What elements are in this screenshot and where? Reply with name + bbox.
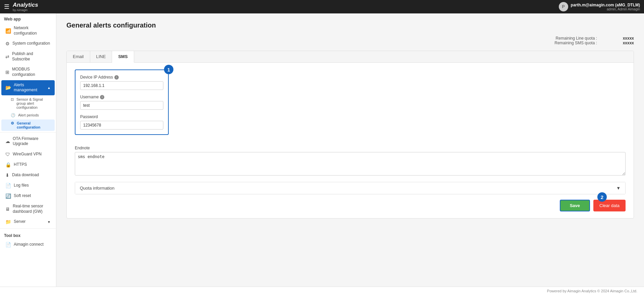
form-area: Device IP Address i Username i xyxy=(67,63,634,218)
device-ip-group: Device IP Address i xyxy=(80,75,163,90)
sidebar-label-wireguard: WireGuard VPN xyxy=(13,152,42,157)
avatar: P xyxy=(559,2,568,11)
tab-email[interactable]: Email xyxy=(67,51,90,62)
sidebar-label-pubsub: Publish and Subscribe xyxy=(12,51,51,62)
chevron-down-icon: ▼ xyxy=(47,220,51,224)
sidebar-label-connect: Aimagin connect xyxy=(14,242,44,247)
quota-sms-label: Remaining SMS quota : xyxy=(554,41,597,45)
lock-icon: 🔒 xyxy=(5,162,11,167)
endnote-label: Endnote xyxy=(75,146,626,150)
sidebar-item-server[interactable]: 📁 Server ▼ xyxy=(1,217,55,227)
refresh-icon: 🔄 xyxy=(5,193,11,199)
sidebar-section-web-app: Web app xyxy=(0,13,56,23)
endnote-textarea[interactable] xyxy=(75,152,626,176)
device-ip-label: Device IP Address i xyxy=(80,75,163,80)
tab-line[interactable]: LINE xyxy=(90,51,112,62)
sidebar-label-data-download: Data download xyxy=(12,173,39,178)
topbar-logo: Analytics by Aimagin xyxy=(13,2,38,12)
quota-sms-value: xxxxx xyxy=(617,41,634,45)
badge-1: 1 xyxy=(164,65,173,74)
topbar: ☰ Analytics by Aimagin P parth.m@aimagin… xyxy=(0,0,644,13)
main-layout: Web app 📶 Network configuration ⚙ System… xyxy=(0,13,644,287)
footer: Powered by Aimagin Analytics © 2024 Aima… xyxy=(0,287,644,295)
password-label: Password xyxy=(80,114,163,119)
sidebar-label-modbus: MODBUS configuration xyxy=(12,67,51,77)
sidebar-item-data-download[interactable]: ⬇ Data download xyxy=(1,170,55,180)
quota-accordion: Quota information ▼ xyxy=(75,182,626,194)
quota-chevron-icon: ▼ xyxy=(616,186,621,191)
wifi-icon: 📶 xyxy=(5,28,11,34)
sidebar-label-system: System configuration xyxy=(12,41,50,46)
highlighted-section: Device IP Address i Username i xyxy=(75,69,169,140)
save-button[interactable]: Save xyxy=(560,200,590,211)
footer-text: Powered by Aimagin Analytics © 2024 Aima… xyxy=(547,289,637,293)
sidebar-label-network: Network configuration xyxy=(14,26,51,36)
quota-info-top: Remaining Line quota : xxxxx Remaining S… xyxy=(66,36,634,45)
quota-line-label: Remaining Line quota : xyxy=(556,36,597,41)
sidebar-item-alerts-management[interactable]: 📂 Alerts management ▲ xyxy=(1,80,55,95)
quota-accordion-header[interactable]: Quota information ▼ xyxy=(75,182,625,194)
gear-icon: ⚙ xyxy=(5,41,10,46)
sidebar-label-server: Server xyxy=(14,219,25,225)
sidebar-item-modbus[interactable]: ⊞ MODBUS configuration xyxy=(1,64,55,80)
sidebar-label-realtime: Real-time sensor dashboard (GW) xyxy=(13,204,51,214)
sidebar-item-wireguard[interactable]: 🛡 WireGuard VPN xyxy=(1,149,55,159)
password-input[interactable] xyxy=(80,121,163,130)
sidebar-sub-sensor-signal[interactable]: ⊡ Sensor & Signal group alert configurat… xyxy=(1,96,55,111)
quota-sms-row: Remaining SMS quota : xxxxx xyxy=(66,41,634,45)
password-group: Password xyxy=(80,114,163,130)
quota-accordion-label: Quota information xyxy=(80,186,114,191)
sidebar-item-system-config[interactable]: ⚙ System configuration xyxy=(1,39,55,49)
sidebar-sub-alert-periods[interactable]: 🕐 Alert periods xyxy=(1,111,55,119)
sidebar-item-ota[interactable]: ☁ OTA Firmware Upgrade xyxy=(1,134,55,149)
badge-2: 2 xyxy=(597,192,607,202)
settings-small-icon: ⚙ xyxy=(11,121,14,126)
chevron-up-icon: ▲ xyxy=(47,86,51,90)
sidebar-label-alerts: Alerts management xyxy=(14,83,45,93)
sidebar-section-toolbox: Tool box xyxy=(0,230,56,239)
quota-line-row: Remaining Line quota : xxxxx xyxy=(66,36,634,41)
cloud-icon: ☁ xyxy=(5,139,10,144)
quota-line-value: xxxxx xyxy=(617,36,634,41)
file-icon: 📄 xyxy=(5,183,11,188)
topbar-right: P parth.m@aimagin.com (aMG_DTLM) admin, … xyxy=(559,2,640,11)
sidebar-item-log-files[interactable]: 📄 Log files xyxy=(1,181,55,191)
sidebar-item-realtime[interactable]: 🖥 Real-time sensor dashboard (GW) xyxy=(1,201,55,216)
sidebar-sub-general-config[interactable]: ⚙ General configuration xyxy=(1,119,55,131)
username-info-icon[interactable]: i xyxy=(100,95,104,99)
main-card: Email LINE SMS Device IP Address i xyxy=(66,51,634,218)
username-group: Username i xyxy=(80,95,163,110)
shield-icon: 🛡 xyxy=(5,152,10,157)
clear-data-button[interactable]: Clear data xyxy=(593,200,626,211)
connect-icon: 📄 xyxy=(5,242,11,247)
sidebar-label-log: Log files xyxy=(14,183,29,188)
topbar-left: ☰ Analytics by Aimagin xyxy=(4,2,38,12)
grid-icon: ⊞ xyxy=(5,69,9,75)
tab-bar: Email LINE SMS xyxy=(67,51,634,63)
monitor-icon: 🖥 xyxy=(5,206,10,212)
sidebar-sub-label-sensor: Sensor & Signal group alert configuratio… xyxy=(16,97,51,109)
sidebar-label-ota: OTA Firmware Upgrade xyxy=(13,136,51,147)
download-icon: ⬇ xyxy=(5,173,9,178)
sidebar-item-soft-reset[interactable]: 🔄 Soft reset xyxy=(1,191,55,201)
device-ip-input[interactable] xyxy=(80,81,163,90)
sidebar-label-https: HTTPS xyxy=(14,162,27,167)
sidebar-label-soft-reset: Soft reset xyxy=(14,193,31,199)
sidebar-item-network-config[interactable]: 📶 Network configuration xyxy=(1,23,55,38)
username-input[interactable] xyxy=(80,101,163,110)
tab-sms[interactable]: SMS xyxy=(112,51,134,63)
sidebar-item-publish-subscribe[interactable]: ⇄ Publish and Subscribe xyxy=(1,49,55,64)
menu-icon[interactable]: ☰ xyxy=(4,3,9,10)
sidebar: Web app 📶 Network configuration ⚙ System… xyxy=(0,13,56,287)
action-bar: 2 Save Clear data xyxy=(75,200,626,211)
sidebar-item-aimagin-connect[interactable]: 📄 Aimagin connect xyxy=(1,240,55,250)
endnote-group: Endnote xyxy=(75,146,626,177)
user-info: parth.m@aimagin.com (aMG_DTLM) admin, Ad… xyxy=(571,3,640,11)
server-folder-icon: 📁 xyxy=(5,219,11,225)
folder-open-icon: 📂 xyxy=(5,85,11,90)
sensor-signal-icon: ⊡ xyxy=(11,97,14,102)
sidebar-sub-label-periods: Alert periods xyxy=(18,113,39,117)
device-ip-info-icon[interactable]: i xyxy=(114,75,119,80)
sidebar-item-https[interactable]: 🔒 HTTPS xyxy=(1,160,55,170)
sidebar-sub-label-general: General configuration xyxy=(17,121,51,129)
